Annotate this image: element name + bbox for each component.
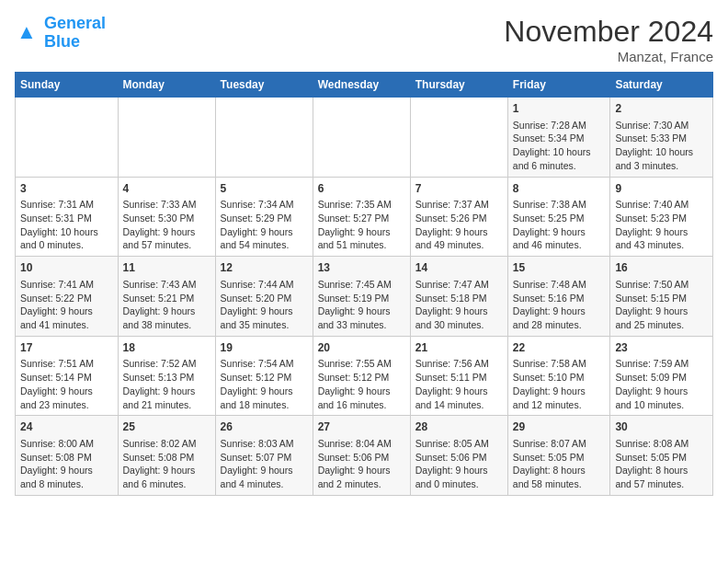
day-info: Daylight: 9 hours — [318, 385, 405, 398]
day-info: Sunset: 5:09 PM — [615, 371, 708, 385]
day-info: and 38 minutes. — [123, 318, 210, 332]
day-number: 25 — [123, 419, 210, 435]
day-info: Sunset: 5:06 PM — [318, 451, 405, 465]
day-info: and 35 minutes. — [221, 318, 308, 332]
page-header: ▲ General Blue November 2024 Manzat, Fra… — [15, 15, 713, 64]
day-info: Daylight: 9 hours — [221, 304, 308, 318]
day-info: Sunrise: 8:00 AM — [20, 437, 113, 451]
day-info: Sunset: 5:10 PM — [513, 371, 606, 385]
day-info: Sunset: 5:07 PM — [221, 451, 308, 465]
day-number: 2 — [615, 101, 708, 117]
day-info: Sunrise: 7:31 AM — [20, 198, 113, 212]
day-info: Sunrise: 8:05 AM — [415, 437, 503, 451]
day-info: Sunset: 5:13 PM — [123, 371, 210, 385]
logo-icon: ▲ — [15, 20, 40, 46]
day-info: Sunrise: 7:43 AM — [123, 278, 210, 292]
day-number: 5 — [221, 181, 308, 197]
column-header-saturday: Saturday — [610, 73, 713, 98]
day-info: and 2 minutes. — [318, 477, 405, 491]
calendar-cell: 21Sunrise: 7:56 AMSunset: 5:11 PMDayligh… — [410, 336, 507, 416]
day-info: Sunrise: 7:44 AM — [221, 278, 308, 292]
day-number: 23 — [615, 340, 708, 356]
day-info: Daylight: 9 hours — [20, 304, 113, 318]
day-info: Daylight: 9 hours — [415, 304, 503, 318]
column-header-thursday: Thursday — [410, 73, 507, 98]
day-number: 29 — [513, 419, 606, 435]
calendar-cell: 3Sunrise: 7:31 AMSunset: 5:31 PMDaylight… — [16, 177, 119, 257]
day-info: Sunset: 5:08 PM — [20, 451, 113, 465]
calendar-header-row: SundayMondayTuesdayWednesdayThursdayFrid… — [16, 73, 713, 98]
calendar-cell: 6Sunrise: 7:35 AMSunset: 5:27 PMDaylight… — [313, 177, 410, 257]
day-number: 27 — [318, 419, 405, 435]
day-info: and 43 minutes. — [615, 238, 708, 252]
day-number: 11 — [123, 260, 210, 276]
day-info: Daylight: 9 hours — [123, 304, 210, 318]
logo: ▲ General Blue — [15, 15, 106, 52]
day-info: Sunset: 5:25 PM — [513, 212, 606, 225]
day-number: 9 — [615, 181, 708, 197]
day-info: Sunset: 5:23 PM — [615, 212, 708, 225]
column-header-tuesday: Tuesday — [215, 73, 313, 98]
day-info: and 41 minutes. — [20, 318, 113, 332]
day-number: 26 — [221, 419, 308, 435]
day-info: Sunrise: 8:03 AM — [221, 437, 308, 451]
day-info: and 21 minutes. — [123, 398, 210, 412]
day-number: 21 — [415, 340, 503, 356]
day-info: Daylight: 9 hours — [221, 385, 308, 398]
day-info: Sunrise: 7:47 AM — [415, 278, 503, 292]
day-info: Daylight: 9 hours — [123, 225, 210, 239]
day-info: and 30 minutes. — [415, 318, 503, 332]
calendar-cell: 7Sunrise: 7:37 AMSunset: 5:26 PMDaylight… — [410, 177, 507, 257]
day-info: and 18 minutes. — [221, 398, 308, 412]
day-info: Daylight: 9 hours — [615, 385, 708, 398]
day-number: 16 — [615, 260, 708, 276]
day-info: Sunset: 5:21 PM — [123, 292, 210, 305]
day-info: Daylight: 9 hours — [318, 225, 405, 239]
day-info: Daylight: 9 hours — [318, 304, 405, 318]
day-info: Sunset: 5:31 PM — [20, 212, 113, 225]
day-info: Daylight: 9 hours — [221, 464, 308, 477]
day-info: Sunset: 5:20 PM — [221, 292, 308, 305]
day-info: Sunrise: 8:02 AM — [123, 437, 210, 451]
day-info: Sunset: 5:05 PM — [615, 451, 708, 465]
calendar-week-row: 24Sunrise: 8:00 AMSunset: 5:08 PMDayligh… — [16, 416, 713, 496]
day-info: and 57 minutes. — [615, 477, 708, 491]
calendar-cell: 29Sunrise: 8:07 AMSunset: 5:05 PMDayligh… — [507, 416, 610, 496]
day-info: Sunrise: 7:38 AM — [513, 198, 606, 212]
calendar-cell: 26Sunrise: 8:03 AMSunset: 5:07 PMDayligh… — [215, 416, 313, 496]
calendar-cell: 10Sunrise: 7:41 AMSunset: 5:22 PMDayligh… — [16, 257, 119, 337]
day-number: 22 — [513, 340, 606, 356]
calendar-week-row: 17Sunrise: 7:51 AMSunset: 5:14 PMDayligh… — [16, 336, 713, 416]
day-number: 4 — [123, 181, 210, 197]
day-info: Daylight: 9 hours — [513, 385, 606, 398]
day-info: Daylight: 9 hours — [513, 225, 606, 239]
day-info: Sunset: 5:27 PM — [318, 212, 405, 225]
day-info: Daylight: 9 hours — [615, 304, 708, 318]
day-number: 18 — [123, 340, 210, 356]
day-number: 20 — [318, 340, 405, 356]
day-number: 28 — [415, 419, 503, 435]
day-info: Sunset: 5:15 PM — [615, 292, 708, 305]
calendar-cell: 19Sunrise: 7:54 AMSunset: 5:12 PMDayligh… — [215, 336, 313, 416]
calendar-table: SundayMondayTuesdayWednesdayThursdayFrid… — [15, 72, 713, 496]
calendar-cell — [118, 98, 215, 178]
day-info: Sunset: 5:16 PM — [513, 292, 606, 305]
calendar-cell: 1Sunrise: 7:28 AMSunset: 5:34 PMDaylight… — [507, 98, 610, 178]
day-info: Sunset: 5:29 PM — [221, 212, 308, 225]
day-info: and 51 minutes. — [318, 238, 405, 252]
day-info: Sunrise: 7:30 AM — [615, 119, 708, 132]
calendar-cell: 5Sunrise: 7:34 AMSunset: 5:29 PMDaylight… — [215, 177, 313, 257]
calendar-cell: 23Sunrise: 7:59 AMSunset: 5:09 PMDayligh… — [610, 336, 713, 416]
day-info: Sunrise: 8:08 AM — [615, 437, 708, 451]
day-info: Sunrise: 7:55 AM — [318, 357, 405, 371]
day-info: Sunset: 5:05 PM — [513, 451, 606, 465]
day-number: 14 — [415, 260, 503, 276]
day-info: Sunrise: 7:50 AM — [615, 278, 708, 292]
day-info: Daylight: 9 hours — [318, 464, 405, 477]
logo-text: General Blue — [44, 15, 106, 52]
day-info: Sunrise: 7:59 AM — [615, 357, 708, 371]
day-info: Sunset: 5:11 PM — [415, 371, 503, 385]
day-number: 12 — [221, 260, 308, 276]
day-info: and 3 minutes. — [615, 159, 708, 173]
calendar-cell: 2Sunrise: 7:30 AMSunset: 5:33 PMDaylight… — [610, 98, 713, 178]
